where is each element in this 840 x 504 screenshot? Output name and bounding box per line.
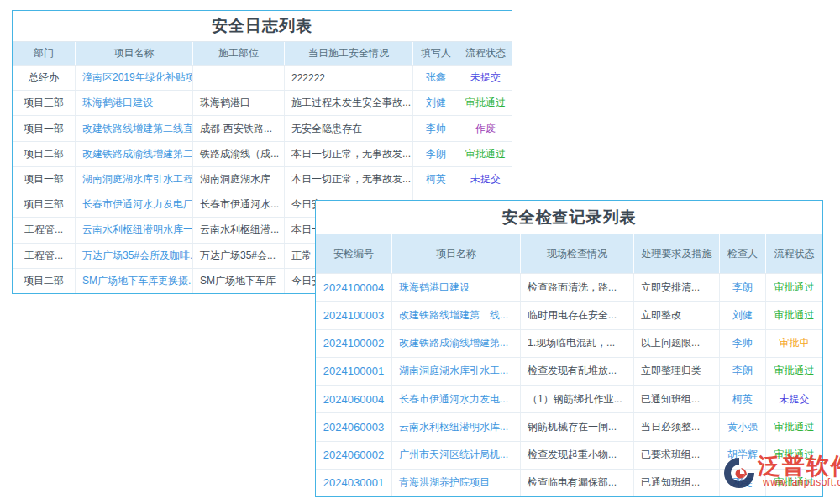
status-badge: 审批通过 bbox=[459, 91, 512, 115]
check-no-link[interactable]: 2024100001 bbox=[316, 358, 391, 385]
project-link[interactable]: 湖南洞庭湖水库引水工... bbox=[391, 358, 520, 385]
dept-cell: 工程管... bbox=[13, 218, 75, 242]
project-link[interactable]: 万达广场35#会所及咖啡... bbox=[75, 244, 192, 268]
status-badge: 审批通过 bbox=[459, 142, 512, 166]
project-link[interactable]: SM广场地下车库更换摄... bbox=[75, 269, 192, 293]
part-cell: 万达广场35#会... bbox=[192, 244, 284, 268]
situation-cell: 检查临电有漏保部... bbox=[520, 470, 633, 496]
table-row[interactable]: 总经办 潼南区2019年绿化补贴项... 222222 张鑫 未提交 bbox=[13, 65, 512, 90]
project-link[interactable]: 广州市天河区统计局机... bbox=[391, 442, 520, 469]
situation-cell: 临时用电存在安全... bbox=[520, 302, 633, 328]
inspector-link[interactable]: 李朗 bbox=[719, 274, 765, 301]
status-badge: 未提交 bbox=[765, 386, 822, 412]
safety-log-title: 安全日志列表 bbox=[13, 11, 512, 42]
part-cell: 湖南洞庭湖水库 bbox=[192, 167, 284, 192]
column-header-part[interactable]: 施工部位 bbox=[192, 42, 284, 65]
project-link[interactable]: 潼南区2019年绿化补贴项... bbox=[75, 66, 192, 90]
project-link[interactable]: 长春市伊通河水力发电厂... bbox=[75, 192, 192, 217]
check-no-link[interactable]: 2024100004 bbox=[316, 274, 391, 301]
project-link[interactable]: 改建铁路线增建第二线... bbox=[391, 302, 520, 328]
project-link[interactable]: 改建铁路线增建第二线直... bbox=[75, 116, 192, 140]
column-header-situation[interactable]: 当日施工安全情况 bbox=[284, 42, 412, 65]
filler-link[interactable]: 刘健 bbox=[412, 91, 459, 115]
column-header-filler[interactable]: 填写人 bbox=[412, 42, 459, 65]
project-link[interactable]: 珠海鹤港口建设 bbox=[75, 91, 192, 115]
column-header-project[interactable]: 项目名称 bbox=[75, 42, 192, 65]
situation-cell: 检查路面清洗，路... bbox=[520, 274, 633, 301]
column-header-check-no[interactable]: 安检编号 bbox=[316, 234, 391, 273]
column-header-measure[interactable]: 处理要求及措施 bbox=[633, 234, 719, 273]
table-row[interactable]: 项目一部 湖南洞庭湖水库引水工程... 湖南洞庭湖水库 本日一切正常，无事故发.… bbox=[13, 166, 512, 192]
filler-link[interactable]: 张鑫 bbox=[412, 66, 459, 90]
status-badge: 审批通过 bbox=[765, 274, 822, 301]
check-no-link[interactable]: 2024060003 bbox=[316, 413, 391, 440]
inspector-link[interactable]: 黄小强 bbox=[719, 413, 765, 440]
inspector-link[interactable]: 柯英 bbox=[719, 386, 765, 412]
check-no-link[interactable]: 2024060002 bbox=[316, 442, 391, 469]
table-row[interactable]: 2024100001 湖南洞庭湖水库引水工... 检查发现有乱堆放... 立即整… bbox=[316, 357, 822, 385]
table-row[interactable]: 项目二部 改建铁路成渝线增建第二... 铁路成渝线（成... 本日一切正常，无事… bbox=[13, 141, 512, 166]
table-row[interactable]: 2024100002 改建铁路成渝线增建第... 1.现场临电混乱，... 以上… bbox=[316, 329, 822, 357]
status-badge: 审批通过 bbox=[765, 470, 822, 496]
project-link[interactable]: 改建铁路成渝线增建第... bbox=[391, 330, 520, 357]
dept-cell: 工程管... bbox=[13, 244, 75, 268]
project-link[interactable]: 湖南洞庭湖水库引水工程... bbox=[75, 167, 192, 192]
table-row[interactable]: 2024060003 云南水利枢纽潜明水库... 钢筋机械存在一闸... 当日必… bbox=[316, 412, 822, 440]
safety-check-table: 安全检查记录列表 安检编号 项目名称 现场检查情况 处理要求及措施 检查人 流程… bbox=[315, 200, 823, 497]
dept-cell: 项目二部 bbox=[13, 269, 75, 293]
status-badge: 未提交 bbox=[459, 66, 512, 90]
table-row[interactable]: 2024060002 广州市天河区统计局机... 检查发现起重小物... 已要求… bbox=[316, 441, 822, 469]
column-header-state[interactable]: 流程状态 bbox=[459, 42, 512, 65]
dept-cell: 项目一部 bbox=[13, 167, 75, 192]
situation-cell: 本日一切正常，无事故发... bbox=[284, 142, 412, 166]
filler-link[interactable]: 李帅 bbox=[412, 116, 459, 140]
dept-cell: 项目三部 bbox=[13, 91, 75, 115]
column-header-project[interactable]: 项目名称 bbox=[391, 234, 520, 273]
column-header-dept[interactable]: 部门 bbox=[13, 42, 75, 65]
filler-link[interactable]: 李朗 bbox=[412, 142, 459, 166]
dept-cell: 项目三部 bbox=[13, 192, 75, 217]
measure-cell: 立即整理归类 bbox=[633, 358, 719, 385]
inspector-link[interactable]: 胡学辉 bbox=[719, 442, 765, 469]
part-cell bbox=[192, 66, 284, 90]
status-badge: 审批通过 bbox=[765, 302, 822, 328]
project-link[interactable]: 青海洪湖养护院项目 bbox=[391, 470, 520, 496]
part-cell: 成都-西安铁路... bbox=[192, 116, 284, 140]
table-row[interactable]: 2024030001 青海洪湖养护院项目 检查临电有漏保部... 已通知班组..… bbox=[316, 469, 822, 496]
inspector-link[interactable]: 李帅 bbox=[719, 330, 765, 357]
status-badge: 审批通过 bbox=[765, 358, 822, 385]
dept-cell: 总经办 bbox=[13, 66, 75, 90]
situation-cell: 无安全隐患存在 bbox=[284, 116, 412, 140]
status-badge: 作废 bbox=[459, 116, 512, 140]
measure-cell: 以上问题限... bbox=[633, 330, 719, 357]
project-link[interactable]: 珠海鹤港口建设 bbox=[391, 274, 520, 301]
check-no-link[interactable]: 2024100002 bbox=[316, 330, 391, 357]
part-cell: 珠海鹤港口 bbox=[192, 91, 284, 115]
project-link[interactable]: 云南水利枢纽潜明水库... bbox=[391, 413, 520, 440]
table-row[interactable]: 2024100003 改建铁路线增建第二线... 临时用电存在安全... 立即整… bbox=[316, 301, 822, 328]
status-badge: 审批通过 bbox=[765, 442, 822, 469]
project-link[interactable]: 云南水利枢纽潜明水库一... bbox=[75, 218, 192, 242]
safety-check-body: 2024100004 珠海鹤港口建设 检查路面清洗，路... 立即安排清... … bbox=[316, 273, 822, 496]
status-badge: 审批中 bbox=[765, 330, 822, 357]
table-row[interactable]: 2024100004 珠海鹤港口建设 检查路面清洗，路... 立即安排清... … bbox=[316, 273, 822, 301]
column-header-state[interactable]: 流程状态 bbox=[765, 234, 822, 273]
page: 安全日志列表 部门 项目名称 施工部位 当日施工安全情况 填写人 流程状态 总经… bbox=[0, 0, 840, 504]
project-link[interactable]: 长春市伊通河水力发电... bbox=[391, 386, 520, 412]
table-row[interactable]: 项目一部 改建铁路线增建第二线直... 成都-西安铁路... 无安全隐患存在 李… bbox=[13, 115, 512, 140]
table-row[interactable]: 2024060004 长春市伊通河水力发电... （1）钢筋绑扎作业... 已通… bbox=[316, 385, 822, 412]
situation-cell: 本日一切正常，无事故发... bbox=[284, 167, 412, 192]
inspector-link[interactable]: 李朗 bbox=[719, 358, 765, 385]
column-header-situation[interactable]: 现场检查情况 bbox=[520, 234, 633, 273]
inspector-link[interactable]: 邓雯 bbox=[719, 470, 765, 496]
check-no-link[interactable]: 2024060004 bbox=[316, 386, 391, 412]
situation-cell: 检查发现有乱堆放... bbox=[520, 358, 633, 385]
table-row[interactable]: 项目三部 珠海鹤港口建设 珠海鹤港口 施工过程未发生安全事故... 刘健 审批通… bbox=[13, 90, 512, 115]
situation-cell: （1）钢筋绑扎作业... bbox=[520, 386, 633, 412]
project-link[interactable]: 改建铁路成渝线增建第二... bbox=[75, 142, 192, 166]
filler-link[interactable]: 柯英 bbox=[412, 167, 459, 192]
check-no-link[interactable]: 2024030001 bbox=[316, 470, 391, 496]
column-header-inspector[interactable]: 检查人 bbox=[719, 234, 765, 273]
inspector-link[interactable]: 刘健 bbox=[719, 302, 765, 328]
check-no-link[interactable]: 2024100003 bbox=[316, 302, 391, 328]
